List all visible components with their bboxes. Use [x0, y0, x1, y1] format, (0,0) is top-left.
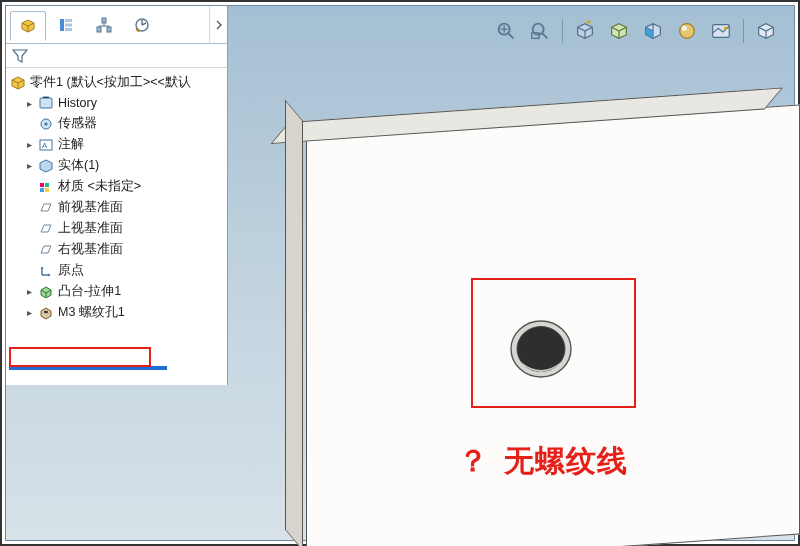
tree-root-label: 零件1 (默认<按加工><<默认 — [30, 74, 191, 91]
tree-item-label: 注解 — [58, 136, 84, 153]
tree-item-label: 材质 <未指定> — [58, 178, 141, 195]
svg-rect-25 — [45, 188, 49, 192]
tree-item-boss-extrude[interactable]: ▸ 凸台-拉伸1 — [22, 282, 225, 301]
panel-tabs — [6, 6, 227, 44]
tree-item-label: History — [58, 96, 97, 110]
plane-icon — [38, 200, 54, 216]
zoom-fit-button[interactable] — [492, 17, 520, 45]
tree-item-label: 实体(1) — [58, 157, 99, 174]
funnel-icon — [12, 48, 28, 64]
chevron-right-icon: ▸ — [24, 160, 34, 171]
extrude-icon — [38, 284, 54, 300]
view-orientation-button[interactable] — [571, 17, 599, 45]
tree-item-front-plane[interactable]: 前视基准面 — [22, 198, 225, 217]
tree-item-right-plane[interactable]: 右视基准面 — [22, 240, 225, 259]
tree-item-thread-hole[interactable]: ▸ M3 螺纹孔1 — [22, 303, 225, 322]
feature-tree: 零件1 (默认<按加工><<默认 ▸ History 传感器 ▸ A 注解 — [6, 68, 227, 325]
svg-rect-9 — [60, 19, 64, 31]
material-icon — [38, 179, 54, 195]
zoom-window-button[interactable] — [526, 17, 554, 45]
svg-point-8 — [724, 27, 727, 30]
tree-item-label: 凸台-拉伸1 — [58, 283, 121, 300]
svg-rect-23 — [45, 183, 49, 187]
tree-item-label: 传感器 — [58, 115, 97, 132]
annotation-question-mark: ？ — [458, 444, 489, 477]
history-icon — [38, 95, 54, 111]
svg-rect-17 — [40, 98, 52, 108]
annotation-icon: A — [38, 137, 54, 153]
display-style-button[interactable] — [605, 17, 633, 45]
tree-item-history[interactable]: ▸ History — [22, 94, 225, 112]
tree-item-material[interactable]: 材质 <未指定> — [22, 177, 225, 196]
tabs-overflow-button[interactable] — [209, 6, 227, 43]
svg-rect-11 — [65, 23, 72, 26]
tree-item-label: 前视基准面 — [58, 199, 123, 216]
scene-button[interactable] — [707, 17, 735, 45]
plane-icon — [38, 221, 54, 237]
tree-item-solid-bodies[interactable]: ▸ 实体(1) — [22, 156, 225, 175]
solid-body-icon — [38, 158, 54, 174]
svg-point-5 — [680, 24, 695, 39]
section-view-button[interactable] — [639, 17, 667, 45]
view-toolbar — [492, 14, 780, 48]
svg-point-6 — [682, 26, 688, 32]
svg-rect-15 — [107, 27, 111, 32]
svg-rect-22 — [40, 183, 44, 187]
svg-line-1 — [508, 33, 513, 39]
tree-root[interactable]: 零件1 (默认<按加工><<默认 — [8, 72, 225, 93]
hole-wizard-icon — [38, 305, 54, 321]
annotation-text: ？ 无螺纹线 — [458, 441, 628, 482]
tree-item-label: 右视基准面 — [58, 241, 123, 258]
tree-item-sensors[interactable]: 传感器 — [22, 114, 225, 133]
part-icon — [10, 75, 26, 91]
tree-item-top-plane[interactable]: 上视基准面 — [22, 219, 225, 238]
annotation-highlight-hole — [471, 278, 636, 408]
svg-line-3 — [542, 33, 548, 39]
svg-rect-12 — [65, 28, 72, 31]
feature-manager-tab[interactable] — [10, 11, 46, 41]
appearance-button[interactable] — [673, 17, 701, 45]
tree-item-label: M3 螺纹孔1 — [58, 304, 125, 321]
config-manager-tab[interactable] — [86, 10, 122, 40]
annotation-label: 无螺纹线 — [504, 444, 628, 477]
feature-manager-panel: 零件1 (默认<按加工><<默认 ▸ History 传感器 ▸ A 注解 — [6, 6, 228, 385]
svg-rect-10 — [65, 19, 72, 22]
chevron-right-icon: ▸ — [24, 307, 34, 318]
tree-filter-bar[interactable] — [6, 44, 227, 68]
chevron-right-icon: ▸ — [24, 98, 34, 109]
property-manager-tab[interactable] — [48, 10, 84, 40]
sensor-icon — [38, 116, 54, 132]
tree-item-annotations[interactable]: ▸ A 注解 — [22, 135, 225, 154]
origin-icon — [38, 263, 54, 279]
svg-rect-13 — [102, 18, 106, 23]
tree-item-label: 上视基准面 — [58, 220, 123, 237]
svg-rect-14 — [97, 27, 101, 32]
svg-rect-24 — [40, 188, 44, 192]
annotation-highlight-tree — [9, 347, 151, 367]
dim-manager-tab[interactable] — [124, 10, 160, 40]
plane-icon — [38, 242, 54, 258]
tree-item-label: 原点 — [58, 262, 84, 279]
chevron-right-icon: ▸ — [24, 286, 34, 297]
model-left-face[interactable] — [285, 100, 303, 546]
svg-point-26 — [44, 310, 48, 312]
svg-text:A: A — [42, 141, 48, 150]
svg-point-19 — [44, 122, 47, 125]
tree-item-origin[interactable]: 原点 — [22, 261, 225, 280]
box-view-button[interactable] — [752, 17, 780, 45]
chevron-right-icon: ▸ — [24, 139, 34, 150]
